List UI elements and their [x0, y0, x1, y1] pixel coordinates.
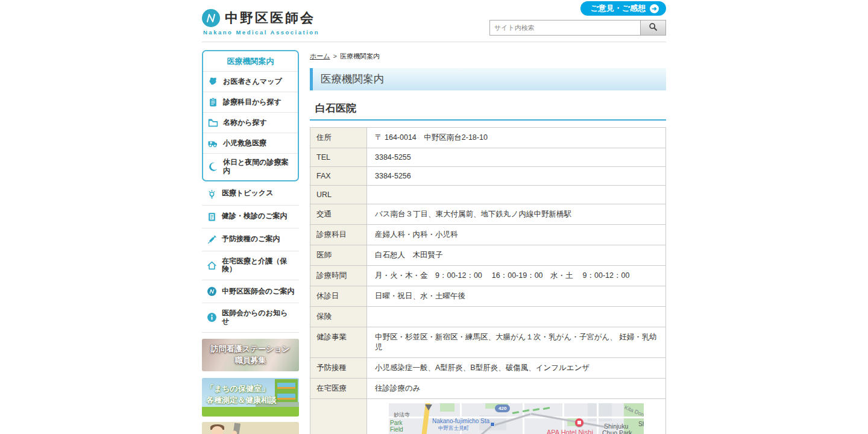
search-icon	[649, 22, 658, 33]
arrow-right-icon: ➔	[650, 4, 659, 13]
map-label: Park	[390, 420, 403, 426]
feedback-button-label: ご意見・ご感想	[590, 3, 646, 14]
sidebar-item-label: 名称から探す	[223, 119, 267, 127]
row-value	[367, 186, 666, 204]
folder-icon	[207, 118, 218, 128]
row-label: FAX	[310, 167, 367, 186]
table-row: 診療時間月・火・木・金 9：00-12：00 16：00-19：00 水・土 9…	[310, 266, 666, 286]
clipboard-icon	[207, 97, 218, 107]
sidebar-item-label: 医療トピックス	[222, 189, 273, 198]
map-label: 妙法寺	[394, 412, 410, 418]
breadcrumb-home-link[interactable]: ホーム	[310, 52, 330, 60]
map-label: Sh	[638, 421, 644, 427]
page-title: 医療機関案内	[310, 68, 666, 90]
temple-pin-icon	[425, 404, 432, 414]
map-park-area	[440, 403, 454, 412]
feedback-button[interactable]: ご意見・ご感想 ➔	[580, 1, 666, 16]
banner-new-practice-guide[interactable]: 新規開業案内	[202, 422, 299, 434]
map-tram-line	[533, 408, 539, 411]
map-label: Shinjuku	[604, 423, 628, 430]
sidebar-item-search-by-name[interactable]: 名称から探す	[203, 112, 298, 133]
station-icon	[490, 422, 495, 427]
row-value: 月・火・木・金 9：00-12：00 16：00-19：00 水・土 9：00-…	[367, 266, 666, 286]
breadcrumb-separator: >	[333, 52, 337, 60]
table-row: 保険	[310, 307, 666, 327]
row-label: URL	[310, 186, 367, 204]
house-icon	[206, 260, 217, 271]
row-label	[310, 399, 367, 434]
row-label: 保険	[310, 307, 367, 327]
search-input[interactable]	[489, 20, 640, 36]
search-button[interactable]	[640, 20, 666, 36]
site-subtitle: Nakano Medical Association	[202, 29, 319, 36]
banner-line: 各種測定＆健康相談	[206, 395, 277, 406]
syringe-icon	[206, 234, 217, 245]
sidebar-item-label: 医師会からのお知らせ	[222, 309, 295, 326]
map-label: Chuo Park	[602, 430, 632, 434]
map-label: Field	[390, 427, 403, 433]
checkup-clipboard-icon	[206, 212, 217, 222]
breadcrumb-current: 医療機関案内	[340, 52, 380, 60]
sidebar-item-label: 診療科目から探す	[223, 98, 281, 107]
logo-n-icon	[202, 9, 220, 27]
row-label: TEL	[310, 148, 367, 167]
breadcrumb: ホーム>医療機関案内	[310, 52, 666, 61]
sidebar-item-home-care[interactable]: 在宅医療と介護（保険）	[202, 251, 299, 281]
sidebar-item-vaccination-guide[interactable]: 予防接種のご案内	[202, 228, 299, 251]
sidebar-item-pediatric-emergency[interactable]: 小児救急医療	[203, 133, 298, 153]
page-container: 中野区医師会 Nakano Medical Association ご意見・ご感…	[202, 0, 666, 434]
table-row: 診療科目産婦人科・内科・小児科	[310, 225, 666, 245]
map-cell: 420 14 431 4	[367, 399, 666, 434]
row-value: 小児感染症一般、A型肝炎、B型肝炎、破傷風、インフルエンザ	[367, 358, 666, 379]
info-icon	[206, 312, 217, 322]
site-logo[interactable]: 中野区医師会 Nakano Medical Association	[202, 9, 319, 36]
map-road	[523, 403, 524, 434]
row-value: バス南台３丁目、東大付属前、地下鉄丸ノ内線中野新橋駅	[367, 204, 666, 225]
row-label: 予防接種	[310, 358, 367, 379]
table-row: 420 14 431 4	[310, 399, 666, 434]
map-road	[597, 403, 599, 434]
map-region-icon	[207, 77, 218, 87]
row-label: 診療時間	[310, 266, 367, 286]
sidebar-item-label: 中野区医師会のご案内	[222, 288, 295, 296]
row-value: 3384-5256	[367, 167, 666, 186]
sidebar-box-medical-guide: 医療機関案内 お医者さんマップ 診療科目から探す 名称から探す 小児救急医療	[202, 50, 299, 181]
sidebar-item-label: 健診・検診のご案内	[222, 212, 288, 221]
sidebar-box-title: 医療機関案内	[203, 51, 298, 71]
sidebar-item-label: 小児救急医療	[223, 139, 266, 148]
table-row: URL	[310, 186, 666, 204]
banner-town-health-room[interactable]: 「まちの保健室」 各種測定＆健康相談	[202, 378, 299, 417]
row-label: 診療科目	[310, 225, 367, 245]
clinic-details-table: 住所〒 164-0014 中野区南台2-18-10 TEL3384-5255 F…	[310, 127, 666, 434]
site-search	[489, 20, 666, 36]
sidebar-item-holiday-night-care[interactable]: 休日と夜間の診療案内	[203, 153, 298, 180]
site-header: 中野区医師会 Nakano Medical Association ご意見・ご感…	[202, 0, 666, 42]
row-label: 住所	[310, 128, 367, 148]
sidebar: 医療機関案内 お医者さんマップ 診療科目から探す 名称から探す 小児救急医療	[202, 50, 299, 434]
table-row: 健診事業中野区・杉並区・新宿区・練馬区、大腸がん１次・乳がん・子宮がん、 妊婦・…	[310, 327, 666, 358]
table-row: 休診日日曜・祝日、水・土曜午後	[310, 286, 666, 307]
ambulance-icon	[207, 138, 218, 148]
row-value: 中野区・杉並区・新宿区・練馬区、大腸がん１次・乳がん・子宮がん、 妊婦・乳幼児	[367, 327, 666, 358]
main-content: ホーム>医療機関案内 医療機関案内 白石医院 住所〒 164-0014 中野区南…	[310, 50, 666, 434]
sidebar-item-checkup-guide[interactable]: 健診・検診のご案内	[202, 206, 299, 228]
map-tram-line	[543, 407, 550, 410]
map-label: Nakano-fujimicho Sta	[432, 418, 489, 424]
row-value	[367, 307, 666, 327]
banner-visiting-nurse-recruitment[interactable]: 訪問看護ステーション 職員募集	[202, 339, 299, 371]
sidebar-item-doctor-map[interactable]: お医者さんマップ	[203, 71, 298, 92]
map-label: APA Hotel Nishi	[547, 429, 593, 434]
table-row: TEL3384-5255	[310, 148, 666, 167]
sidebar-item-association-news[interactable]: 医師会からのお知らせ	[202, 303, 299, 333]
moon-icon	[207, 162, 218, 172]
map-tram-line	[512, 411, 519, 414]
sidebar-item-search-by-department[interactable]: 診療科目から探す	[203, 92, 298, 112]
row-value: 産婦人科・内科・小児科	[367, 225, 666, 245]
row-label: 医師	[310, 245, 367, 266]
sidebar-item-medical-topics[interactable]: 医療トピックス	[202, 183, 299, 206]
map-building-block	[588, 403, 612, 421]
site-title: 中野区医師会	[225, 9, 315, 27]
clinic-location-map[interactable]: 420 14 431 4	[389, 403, 644, 434]
sidebar-item-association-guide[interactable]: 中野区医師会のご案内	[202, 280, 299, 303]
table-row: 住所〒 164-0014 中野区南台2-18-10	[310, 128, 666, 148]
